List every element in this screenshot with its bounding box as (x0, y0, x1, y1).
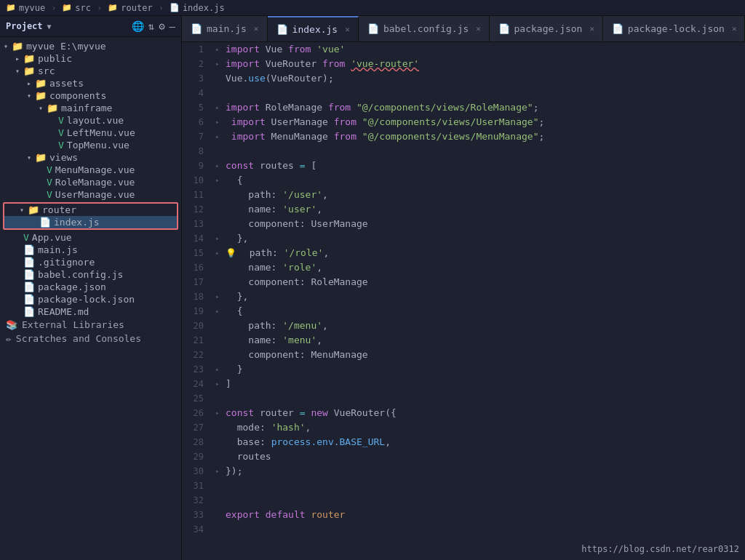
tab-bar: 📄 main.js ✕ 📄 index.js ✕ 📄 babel.config.… (182, 16, 745, 42)
line-number: 10 (182, 173, 212, 188)
bulb-icon[interactable]: 💡 (226, 248, 236, 258)
watermark: https://blog.csdn.net/rear0312 (581, 544, 739, 554)
tree-item-appvue[interactable]: V App.vue (0, 231, 181, 244)
tab-package-lock[interactable]: 📄 package-lock.json ✕ (603, 16, 745, 41)
tree-item-public[interactable]: ▸ 📁 public (0, 52, 181, 65)
fold-icon[interactable]: ▸ (212, 362, 223, 377)
token-kw: from (334, 116, 356, 127)
fold-icon[interactable]: ▸ (212, 57, 223, 71)
token-imp (356, 116, 362, 127)
folder-icon: 📁 (62, 3, 72, 12)
tree-item-router[interactable]: ▾ 📁 router (4, 204, 177, 216)
tree-item-topmenu-vue[interactable]: V TopMenu.vue (0, 139, 181, 151)
line-content: const routes = [ (223, 159, 745, 173)
token-imp: router (254, 407, 300, 418)
fold-icon[interactable]: ▸ (212, 159, 223, 173)
collapse-icon[interactable]: ⇅ (148, 20, 154, 32)
tree-item-src[interactable]: ▾ 📁 src (0, 65, 181, 77)
tree-label: UserManage.vue (55, 189, 135, 200)
tab-close-icon[interactable]: ✕ (589, 24, 594, 33)
router-section: ▾ 📁 router 📄 index.js (3, 202, 178, 230)
line-number: 24 (182, 377, 212, 391)
tree-item-gitignore[interactable]: 📄 .gitignore (0, 256, 181, 268)
json-file-icon: 📄 (23, 281, 35, 292)
minimize-icon[interactable]: — (170, 20, 175, 32)
line-number: 26 (182, 406, 212, 420)
tree-item-babel[interactable]: 📄 babel.config.js (0, 268, 181, 281)
code-line-13: 13 component: UserManage (182, 217, 745, 231)
line-number: 23 (182, 362, 212, 377)
fold-icon[interactable]: ▸ (212, 42, 223, 57)
fold-icon[interactable]: ▸ (212, 289, 223, 304)
code-editor[interactable]: 1▸import Vue from 'vue'2▸import VueRoute… (182, 42, 745, 560)
tab-label: package.json (514, 23, 583, 34)
fold-icon[interactable]: ▸ (212, 115, 223, 129)
tree-item-views[interactable]: ▾ 📁 views (0, 151, 181, 164)
line-number: 30 (182, 464, 212, 479)
tab-index-js[interactable]: 📄 index.js ✕ (268, 16, 359, 41)
tree-item-readme[interactable]: 📄 README.md (0, 305, 181, 318)
tree-item-rolemanage-vue[interactable]: V RoleManage.vue (0, 176, 181, 188)
token-imp: name: (226, 262, 282, 273)
fold-icon[interactable]: ▸ (212, 231, 223, 246)
fold-icon[interactable]: ▸ (212, 406, 223, 420)
tree-item-mainframe[interactable]: ▾ 📁 mainframe (0, 102, 181, 114)
tree-item-menumanage-vue[interactable]: V MenuManage.vue (0, 164, 181, 176)
tab-babel-config[interactable]: 📄 babel.config.js ✕ (359, 16, 490, 41)
tree-item-components[interactable]: ▾ 📁 components (0, 89, 181, 102)
token-imp: path: (238, 247, 284, 258)
tab-main-js[interactable]: 📄 main.js ✕ (182, 16, 268, 41)
token-imp: ; (539, 116, 545, 127)
tab-close-icon[interactable]: ✕ (732, 24, 737, 33)
arrow-icon: ▾ (23, 153, 35, 161)
tree-item-external-libs[interactable]: 📚 External Libraries (0, 318, 181, 332)
code-line-2: 2▸import VueRouter from 'vue-router' (182, 57, 745, 71)
arrow-icon: ▾ (16, 206, 28, 214)
js-file-icon: 📄 (23, 244, 35, 255)
fold-icon[interactable]: ▸ (212, 304, 223, 319)
code-line-19: 19▸ { (182, 304, 745, 319)
globe-icon[interactable]: 🌐 (132, 20, 144, 32)
folder-icon: 📁 (35, 78, 47, 89)
tree-item-myvue[interactable]: ▾ 📁 myvue E:\myvue (0, 40, 181, 52)
tree-item-indexjs[interactable]: 📄 index.js (4, 216, 177, 228)
line-content: Vue.use(VueRouter); (223, 71, 745, 86)
code-line-25: 25 (182, 391, 745, 406)
js-tab-icon: 📄 (276, 24, 288, 35)
tab-label: main.js (207, 23, 247, 34)
token-str: "@/components/views/RoleManage" (356, 102, 533, 113)
token-imp: , (316, 335, 322, 345)
tree-item-packagejson[interactable]: 📄 package.json (0, 281, 181, 293)
tree-item-leftmenu-vue[interactable]: V LeftMenu.vue (0, 127, 181, 139)
line-number: 2 (182, 57, 212, 71)
gear-icon[interactable]: ⚙ (159, 20, 164, 32)
tree-item-assets[interactable]: ▸ 📁 assets (0, 77, 181, 89)
tree-item-mainjs[interactable]: 📄 main.js (0, 244, 181, 256)
fold-icon[interactable]: ▸ (212, 377, 223, 391)
token-imp: path: (226, 320, 282, 331)
tab-package-json[interactable]: 📄 package.json ✕ (490, 16, 603, 41)
tab-close-icon[interactable]: ✕ (345, 25, 350, 34)
file-tree: ▾ 📁 myvue E:\myvue ▸ 📁 public ▾ 📁 src (0, 37, 181, 560)
sidebar: Project ▼ 🌐 ⇅ ⚙ — ▾ 📁 myvue E:\myvue ▸ (0, 16, 182, 560)
line-number: 15 (182, 246, 212, 260)
tree-item-packagelock[interactable]: 📄 package-lock.json (0, 293, 181, 305)
tab-label: package-lock.json (628, 23, 725, 34)
line-number: 22 (182, 348, 212, 362)
fold-icon[interactable]: ▸ (212, 129, 223, 144)
fold-icon[interactable]: ▸ (212, 464, 223, 479)
tab-close-icon[interactable]: ✕ (254, 24, 259, 33)
tree-label: myvue E:\myvue (26, 41, 106, 52)
token-imp: , (316, 262, 322, 273)
token-fn: use (248, 73, 265, 84)
tab-close-icon[interactable]: ✕ (476, 24, 481, 33)
code-line-14: 14▸ }, (182, 231, 745, 246)
token-imp: , (322, 189, 328, 200)
fold-icon[interactable]: ▸ (212, 173, 223, 188)
tree-item-scratches[interactable]: ✏ Scratches and Consoles (0, 332, 181, 345)
tree-item-layout-vue[interactable]: V layout.vue (0, 114, 181, 127)
fold-icon[interactable]: ▸ (212, 100, 223, 115)
tree-item-usermanage-vue[interactable]: V UserManage.vue (0, 188, 181, 201)
fold-icon[interactable]: ▸ (212, 246, 223, 260)
js-file-icon: 📄 (23, 269, 35, 280)
